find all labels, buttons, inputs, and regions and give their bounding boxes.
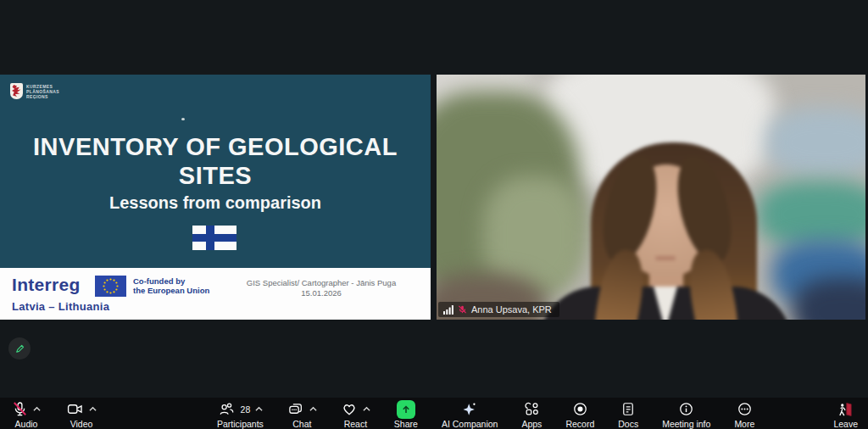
participant-name-tag: Anna Upsava, KPR — [438, 302, 559, 317]
document-icon — [620, 401, 636, 417]
camera-icon — [66, 401, 84, 417]
eu-flag-icon — [95, 276, 126, 297]
participant-name: Anna Upsava, KPR — [471, 304, 552, 315]
author-credit: GIS Specialist/ Cartographer - Jānis Pug… — [224, 278, 419, 298]
chat-button[interactable]: Chat — [284, 400, 320, 429]
participants-chevron[interactable] — [255, 406, 263, 412]
react-chevron[interactable] — [363, 406, 370, 412]
finland-flag-icon — [192, 226, 236, 250]
ellipsis-icon — [737, 401, 753, 417]
chat-icon — [287, 401, 304, 417]
participant-person — [437, 75, 865, 320]
video-button[interactable]: Video — [63, 400, 100, 429]
apps-button[interactable]: Apps — [518, 400, 545, 429]
participants-count: 28 — [241, 404, 251, 415]
react-button[interactable]: React — [337, 400, 374, 429]
connection-signal-icon — [443, 305, 453, 315]
pencil-icon — [14, 343, 25, 354]
share-button[interactable]: Share — [391, 400, 421, 429]
muted-mic-icon — [458, 304, 467, 315]
ai-companion-button[interactable]: AI Companion — [438, 400, 502, 429]
cursor-dot — [181, 118, 185, 120]
interreg-logo: Interreg — [12, 275, 81, 295]
participants-button[interactable]: 28 Participants — [214, 400, 267, 429]
meeting-toolbar: Audio Video — [0, 398, 868, 429]
record-icon — [572, 401, 588, 417]
info-icon — [678, 401, 694, 417]
docs-button[interactable]: Docs — [615, 400, 642, 429]
more-button[interactable]: More — [731, 400, 758, 429]
leave-door-icon — [837, 401, 854, 418]
video-chevron[interactable] — [89, 406, 97, 412]
kpr-coat-of-arms-icon — [10, 83, 23, 99]
meeting-info-button[interactable]: Meeting info — [659, 400, 714, 429]
cofunded-label: Co-funded by the European Union — [133, 276, 209, 295]
mic-muted-icon — [12, 401, 28, 417]
slide-subtitle: Lessons from comparison — [0, 193, 431, 213]
annotate-button[interactable] — [8, 337, 31, 359]
program-name: Latvia – Lithuania — [12, 300, 109, 313]
audio-chevron[interactable] — [33, 406, 41, 412]
shared-screen-slide: KURZEMES PLĀNOŠANAS REĢIONS INVENTORY OF… — [0, 75, 431, 320]
slide-footer: Interreg Latvia – Lithuania Co-funded by… — [0, 268, 431, 320]
kurzeme-region-logo: KURZEMES PLĀNOŠANAS REĢIONS — [10, 83, 59, 99]
leave-button[interactable]: Leave — [830, 400, 861, 429]
org-name-line2: PLĀNOŠANAS — [26, 89, 59, 94]
chat-chevron[interactable] — [309, 406, 317, 412]
record-button[interactable]: Record — [562, 400, 598, 429]
slide-title: INVENTORY OF GEOLOGICAL SITES — [0, 132, 431, 190]
heart-icon — [341, 401, 358, 417]
apps-icon — [524, 401, 540, 417]
participants-icon — [218, 401, 235, 417]
audio-button[interactable]: Audio — [8, 400, 44, 429]
share-screen-icon — [397, 400, 415, 419]
meeting-window: KURZEMES PLĀNOŠANAS REĢIONS INVENTORY OF… — [0, 0, 868, 429]
participant-video-tile: Anna Upsava, KPR — [437, 75, 865, 320]
org-name-line3: REĢIONS — [26, 94, 59, 99]
sparkle-icon — [461, 401, 478, 418]
